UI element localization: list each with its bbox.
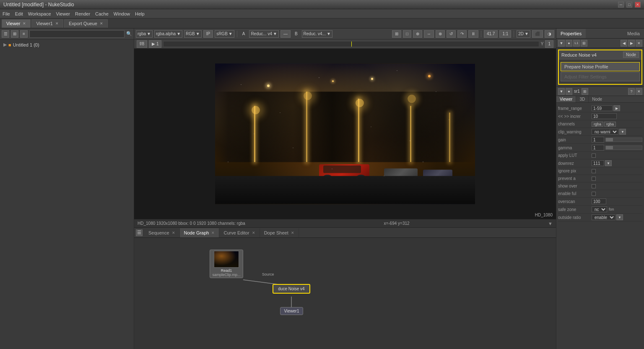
gain-slider[interactable] — [605, 138, 642, 142]
menu-workspace[interactable]: Workspace — [28, 11, 51, 16]
close-curveeditor-tab[interactable]: ✕ — [252, 231, 255, 235]
menu-viewer[interactable]: Viewer — [56, 11, 70, 16]
panel-list-icon[interactable]: ≡ — [20, 30, 28, 38]
project-item[interactable]: ▶ ■ Untitled 1 (0) — [2, 41, 132, 48]
props-pin-icon[interactable]: ▼ — [558, 40, 565, 47]
vp-close-icon[interactable]: ✕ — [636, 88, 642, 95]
menu-cache[interactable]: Cache — [95, 11, 109, 16]
downrez-input[interactable] — [592, 160, 604, 166]
minimize-button[interactable]: ─ — [618, 2, 624, 8]
scrub-btn[interactable]: f/8 — [137, 40, 147, 48]
menu-file[interactable]: File — [3, 11, 10, 16]
outside-ratio-arrow[interactable]: ▼ — [616, 214, 623, 220]
tab-sequence[interactable]: Sequence ✕ — [144, 228, 180, 237]
lut-dropdown[interactable]: sRGB▼ — [215, 30, 234, 38]
a-source-dropdown[interactable]: Reduc... v4▼ — [249, 30, 279, 38]
prepare-noise-profile-btn[interactable]: Prepare Noise Profile — [561, 62, 640, 71]
vp-tab-3d[interactable]: 3D — [576, 96, 589, 102]
vp-icon1[interactable]: ▼ — [558, 88, 565, 95]
gain-input[interactable] — [592, 137, 604, 143]
tab-viewer1[interactable]: Viewer1 ✕ — [31, 19, 63, 28]
props-l1-icon[interactable]: L1 — [573, 40, 580, 47]
timeline-menu-icon[interactable]: ☰ — [136, 229, 143, 236]
viewer-icon7[interactable]: ↷ — [457, 30, 467, 38]
dimension-dropdown[interactable]: 2D▼ — [517, 30, 530, 38]
close-sequence-tab[interactable]: ✕ — [172, 231, 175, 235]
gamma-input[interactable] — [592, 145, 604, 151]
vp-tab-node[interactable]: Node — [589, 96, 605, 102]
clip-warning-select[interactable]: no warni — [592, 129, 618, 135]
frame-ruler[interactable] — [163, 41, 539, 47]
props-eye-icon[interactable]: ● — [566, 40, 572, 47]
ignore-pix-checkbox[interactable] — [592, 169, 596, 173]
frame-range-arrow[interactable]: ▶ — [613, 105, 620, 111]
props-close[interactable]: ✕ — [636, 40, 642, 47]
props-icon5[interactable]: ◀ — [621, 40, 627, 47]
maximize-button[interactable]: □ — [626, 2, 632, 8]
close-dopesheet-tab[interactable]: ✕ — [291, 231, 294, 235]
channel2-dropdown[interactable]: rgba.alpha▼ — [154, 30, 182, 38]
clip-warning-arrow[interactable]: ▼ — [619, 129, 626, 135]
tab-properties[interactable]: Properties — [556, 29, 586, 38]
b-source-dropdown[interactable]: Reduc. v4...▼ — [302, 30, 332, 38]
node-tab-button[interactable]: Node — [623, 52, 639, 58]
tab-curve-editor[interactable]: Curve Editor ✕ — [219, 228, 260, 237]
tab-node-graph[interactable]: Node Graph ✕ — [180, 228, 220, 237]
menu-window[interactable]: Window — [114, 11, 130, 16]
ip-button[interactable]: IP — [203, 30, 213, 38]
prevent-a-checkbox[interactable] — [592, 177, 596, 181]
viewer-icon4[interactable]: ↔ — [424, 30, 434, 38]
tab-media[interactable]: Media — [623, 29, 644, 38]
a-extra-btn[interactable]: — — [280, 30, 291, 38]
apply-lut-checkbox[interactable] — [592, 154, 596, 158]
viewer-icon5[interactable]: ⊗ — [436, 30, 445, 38]
channels-val1[interactable]: rgba — [592, 122, 603, 127]
close-viewer-tab[interactable]: ✕ — [23, 21, 26, 26]
close-export-tab[interactable]: ✕ — [100, 21, 103, 26]
enable-ful-checkbox[interactable] — [592, 192, 596, 196]
panel-grid-icon[interactable]: ⊞ — [11, 30, 18, 38]
project-search-input[interactable] — [29, 30, 125, 38]
tab-export-queue[interactable]: Export Queue ✕ — [64, 19, 108, 28]
props-icon6[interactable]: ▶ — [628, 40, 635, 47]
safe-zone-select[interactable]: nc — [592, 206, 607, 212]
read1-node[interactable]: Read1 sampleClip.mp... — [210, 250, 243, 278]
y-value[interactable]: 1 — [545, 40, 553, 48]
viewer-icon6[interactable]: ↺ — [447, 30, 456, 38]
close-button[interactable]: ✕ — [635, 2, 641, 8]
expand-icon[interactable]: ▼ — [548, 221, 553, 226]
overscan-input[interactable] — [592, 198, 606, 204]
viewer-icon1[interactable]: ⊞ — [392, 30, 401, 38]
viewer-icon2[interactable]: □ — [403, 30, 411, 38]
viewer-pause[interactable]: ⏸ — [468, 30, 478, 38]
colorspace-dropdown[interactable]: RGB▼ — [184, 30, 202, 38]
viewer1-node[interactable]: Viewer1 — [280, 307, 303, 315]
vp-icon3[interactable]: ⊞ — [582, 88, 588, 95]
vp-icon2[interactable]: ● — [566, 88, 572, 95]
menu-render[interactable]: Render — [75, 11, 90, 16]
viewer-canvas[interactable]: HD_1080 — [134, 49, 556, 219]
increr-input[interactable] — [592, 113, 617, 119]
channels-val2[interactable]: rgba — [604, 122, 616, 127]
viewer-icon3[interactable]: ⊕ — [413, 30, 422, 38]
window-controls[interactable]: ─ □ ✕ — [618, 2, 641, 8]
close-nodegraph-tab[interactable]: ✕ — [211, 231, 215, 235]
channel-dropdown[interactable]: rgba▼ — [136, 30, 153, 38]
tab-viewer[interactable]: Viewer ✕ — [2, 19, 31, 28]
menu-help[interactable]: Help — [135, 11, 145, 16]
color-pick-icon[interactable]: ⬛ — [532, 30, 543, 38]
show-over-checkbox[interactable] — [592, 184, 596, 188]
downrez-arrow[interactable]: ▼ — [605, 160, 612, 166]
adjust-filter-settings-btn[interactable]: Adjust Filter Settings — [561, 72, 640, 81]
gamma-slider[interactable] — [605, 146, 642, 150]
exposure-icon[interactable]: ◑ — [545, 30, 554, 38]
vp-tab-viewer[interactable]: Viewer — [556, 96, 576, 102]
props-link-icon[interactable]: ⊞ — [581, 40, 587, 47]
close-viewer1-tab[interactable]: ✕ — [55, 21, 59, 26]
node-graph[interactable]: Read1 sampleClip.mp... Source duce N — [134, 238, 556, 349]
menu-edit[interactable]: Edit — [15, 11, 23, 16]
tab-dope-sheet[interactable]: Dope Sheet ✕ — [260, 228, 299, 237]
outside-ratio-select[interactable]: enable — [592, 214, 615, 220]
frame-1-btn[interactable]: ▶ 1 — [149, 40, 161, 48]
panel-menu-icon[interactable]: ☰ — [2, 30, 9, 38]
